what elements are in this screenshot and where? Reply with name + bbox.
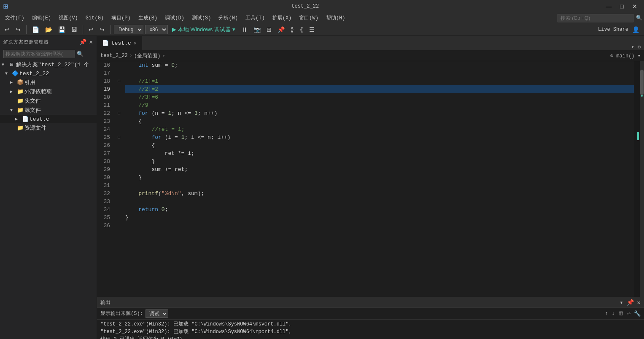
menu-search-input[interactable]	[558, 14, 633, 22]
toolbar-saveall-btn[interactable]: 🖫	[69, 25, 79, 34]
code-line: ret *= i;	[125, 149, 634, 157]
menu-debug[interactable]: 调试(D)	[162, 14, 188, 22]
menu-test[interactable]: 测试(S)	[189, 14, 215, 22]
output-clear-icon[interactable]: 🗑	[618, 310, 624, 317]
output-close-icon[interactable]: ✕	[637, 299, 641, 306]
toolbar-btn-5[interactable]: ⟫	[288, 25, 296, 34]
run-button[interactable]: ▶ 本地 Windows 调试器 ▾	[170, 25, 238, 34]
fold-indicator[interactable]: ⊟	[116, 109, 122, 117]
code-and-output: 1617181920212223242526272829303132333435…	[97, 61, 644, 339]
debug-config-select[interactable]: Debug	[114, 25, 143, 34]
output-pin-icon[interactable]: 📌	[627, 299, 634, 306]
sidebar-item-solution[interactable]: ▼ ⊟ 解决方案"test_2_22"(1 个	[0, 60, 97, 69]
fold-indicators: ⊟⊟⊟	[116, 61, 122, 297]
code-token: ;	[175, 61, 178, 69]
menu-window[interactable]: 窗口(W)	[296, 14, 322, 22]
sidebar-search-icon[interactable]: 🔍	[77, 51, 84, 57]
fold-indicator[interactable]: ⊟	[116, 133, 122, 141]
sidebar-item-references[interactable]: ▶ 📦 引用	[0, 78, 97, 87]
output-source-label: 显示输出来源(S):	[100, 310, 143, 317]
toolbar-btn-7[interactable]: ☰	[307, 25, 317, 34]
code-token: //1!=1	[138, 77, 158, 85]
breadcrumb-file[interactable]: test_2_22	[100, 53, 128, 59]
code-token: //2!=2	[138, 85, 158, 93]
code-token: , sum);	[181, 190, 205, 198]
live-share-button[interactable]: Live Share	[598, 27, 628, 33]
menu-build[interactable]: 生成(B)	[135, 14, 161, 22]
toolbar-btn-4[interactable]: 📌	[275, 25, 287, 34]
fold-indicator	[116, 214, 122, 222]
tab-bar: 📄 test.c ✕ ▾ ⚙	[97, 36, 644, 51]
references-label: 引用	[24, 79, 35, 86]
sidebar-item-sources[interactable]: ▼ 📁 源文件	[0, 106, 97, 115]
toolbar-btn-account[interactable]: 👤	[630, 25, 641, 34]
tab-file-icon: 📄	[102, 40, 109, 46]
toolbar-redo-btn[interactable]: ↪	[97, 25, 107, 34]
toolbar-btn-camera[interactable]: 📷	[251, 25, 263, 34]
fold-indicator[interactable]: ⊟	[116, 77, 122, 85]
toolbar-btn-3[interactable]: ⊞	[264, 25, 274, 34]
minimap[interactable]	[634, 61, 640, 297]
output-scroll-up-icon[interactable]: ↑	[605, 310, 609, 317]
sidebar-item-resources[interactable]: 📁 资源文件	[0, 123, 97, 133]
menu-edit[interactable]: 编辑(E)	[29, 14, 55, 22]
minimize-button[interactable]: —	[603, 2, 615, 11]
scroll-thumb[interactable]	[640, 70, 644, 95]
code-token: (n =	[148, 109, 168, 117]
code-token: for	[151, 133, 161, 141]
toolbar-btn-6[interactable]: ⟪	[298, 25, 305, 34]
title-bar-left: ⊞	[3, 2, 8, 11]
pin-icon[interactable]: 📌	[79, 38, 87, 46]
code-token: sum =	[148, 61, 172, 69]
toolbar: ↩ ↪ 📄 📂 💾 🖫 ↩ ↪ Debug x86 ▶ 本地 Windows 调…	[0, 23, 644, 36]
output-source-select[interactable]: 调试	[146, 309, 168, 318]
breadcrumb-scope[interactable]: (全局范围)	[134, 52, 160, 60]
line-number: 24	[97, 125, 113, 133]
sidebar-item-headers[interactable]: 📁 头文件	[0, 96, 97, 106]
menu-view[interactable]: 视图(V)	[55, 14, 81, 22]
line-number: 25	[97, 133, 113, 141]
toolbar-save-btn[interactable]: 💾	[56, 25, 67, 34]
tab-collapse-icon[interactable]: ▾	[631, 44, 634, 50]
code-token: 0	[171, 61, 175, 69]
toolbar-btn-pause[interactable]: ⏸	[240, 25, 250, 34]
menu-file[interactable]: 文件(F)	[2, 14, 28, 22]
output-filter-icon[interactable]: 🔧	[634, 310, 641, 317]
vertical-scrollbar[interactable]	[640, 61, 644, 297]
maximize-button[interactable]: □	[617, 2, 627, 11]
toolbar-new-btn[interactable]: 📄	[30, 25, 41, 34]
project-icon: 🔷	[12, 70, 19, 77]
menu-analyze[interactable]: 分析(N)	[215, 14, 241, 22]
output-scroll-down-icon[interactable]: ↓	[612, 310, 615, 317]
toolbar-forward-btn[interactable]: ↪	[13, 25, 23, 34]
toolbar-back-btn[interactable]: ↩	[3, 25, 12, 34]
tab-settings-icon[interactable]: ⚙	[638, 44, 641, 50]
menu-git[interactable]: Git(G)	[82, 14, 107, 22]
breadcrumb-sep-1: ›	[129, 53, 132, 59]
tab-testc[interactable]: 📄 test.c ✕	[97, 36, 142, 50]
menu-project[interactable]: 项目(P)	[108, 14, 134, 22]
fold-indicator	[116, 182, 122, 190]
toolbar-open-btn[interactable]: 📂	[43, 25, 54, 34]
sidebar-item-project[interactable]: ▼ 🔷 test_2_22	[0, 69, 97, 78]
menu-help[interactable]: 帮助(H)	[323, 14, 349, 22]
arch-select[interactable]: x86	[145, 25, 168, 34]
menu-tools[interactable]: 工具(T)	[242, 14, 268, 22]
search-icon: 🔍	[636, 15, 642, 21]
sidebar-item-testc[interactable]: ▶ 📄 test.c	[0, 115, 97, 123]
output-line: 线程 0 已退出,返回值为 0 (0x0)。	[100, 336, 641, 339]
sidebar-item-external-deps[interactable]: ▶ 📁 外部依赖项	[0, 87, 97, 96]
toolbar-undo-btn[interactable]: ↩	[86, 25, 96, 34]
breadcrumb-function[interactable]: ⊕ main() ▾	[610, 53, 641, 59]
sidebar-search-input[interactable]	[3, 50, 75, 58]
breadcrumb-bar: test_2_22 › (全局范围) ▾ ⊕ main() ▾	[97, 51, 644, 61]
output-wrap-icon[interactable]: ↩	[627, 310, 631, 317]
close-button[interactable]: ✕	[629, 2, 641, 11]
tab-close-icon[interactable]: ✕	[134, 40, 137, 46]
line-number: 23	[97, 117, 113, 125]
breadcrumb-sep-2: ▾	[162, 53, 165, 59]
sidebar-close-icon[interactable]: ✕	[89, 38, 93, 46]
menu-extensions[interactable]: 扩展(X)	[269, 14, 295, 22]
output-collapse-icon[interactable]: ▾	[620, 299, 623, 306]
code-editor[interactable]: 1617181920212223242526272829303132333435…	[97, 61, 644, 297]
